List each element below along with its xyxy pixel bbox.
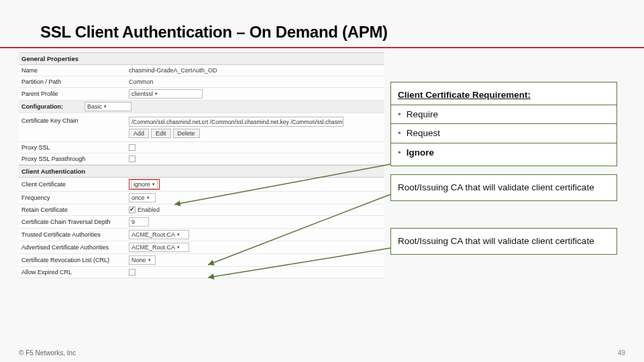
- allow-expired-crl-checkbox[interactable]: [129, 269, 136, 276]
- crl-value: None: [131, 257, 146, 263]
- proxy-ssl-checkbox[interactable]: [129, 144, 136, 151]
- label-advertised-ca: Advertised Certificate Authorities: [19, 242, 126, 253]
- configuration-value: Basic: [87, 103, 102, 110]
- value-name: chasmind-GradeA_CertAuth_OD: [126, 66, 384, 75]
- label-client-certificate: Client Certificate: [19, 179, 126, 190]
- label-cert-key-chain: Certificate Key Chain: [19, 115, 126, 126]
- edit-button[interactable]: Edit: [151, 129, 171, 138]
- label-proxy-ssl: Proxy SSL: [19, 142, 126, 153]
- label-retain-cert: Retain Certificate: [19, 204, 126, 215]
- frequency-select[interactable]: once ▾: [129, 193, 156, 202]
- add-button[interactable]: Add: [129, 129, 149, 138]
- chevron-down-icon: ▾: [148, 257, 151, 263]
- row-name: Name chasmind-GradeA_CertAuth_OD: [19, 65, 384, 76]
- label-crl: Certificate Revocation List (CRL): [19, 255, 126, 265]
- row-trusted-ca: Trusted Certificate Authorities ACME_Roo…: [19, 229, 384, 241]
- row-advertised-ca: Advertised Certificate Authorities ACME_…: [19, 241, 384, 254]
- retain-cert-checkbox[interactable]: [129, 206, 136, 213]
- callout-trusted-ca: Root/Issuing CA that will validate clien…: [390, 174, 617, 201]
- row-cert-key-chain: Certificate Key Chain /Common/ssl.chasmi…: [19, 113, 384, 142]
- trusted-ca-value: ACME_Root.CA: [131, 231, 175, 238]
- crl-select[interactable]: None ▾: [129, 255, 156, 265]
- advertised-ca-value: ACME_Root.CA: [131, 244, 175, 251]
- label-proxy-ssl-pt: Proxy SSL Passthrough: [19, 154, 126, 164]
- row-partition: Partition / Path Common: [19, 76, 384, 88]
- client-cert-value: ignore: [133, 181, 150, 188]
- parent-profile-value: clientssl: [131, 90, 153, 97]
- label-frequency: Frequency: [19, 192, 126, 203]
- chevron-down-icon: ▾: [177, 232, 180, 237]
- label-parent-profile: Parent Profile: [19, 88, 126, 99]
- section-client-auth: Client Authentication: [19, 165, 384, 178]
- row-configuration: Configuration: Basic ▾: [19, 101, 384, 113]
- label-trusted-ca: Trusted Certificate Authorities: [19, 229, 126, 240]
- callout-client-cert-req: Client Certificate Requirement: •Require…: [390, 82, 617, 166]
- row-crl: Certificate Revocation List (CRL) None ▾: [19, 254, 384, 267]
- advertised-ca-select[interactable]: ACME_Root.CA ▾: [129, 243, 189, 252]
- chevron-down-icon: ▾: [147, 195, 150, 200]
- chevron-down-icon: ▾: [177, 245, 180, 250]
- frequency-value: once: [131, 194, 145, 201]
- trusted-ca-select[interactable]: ACME_Root.CA ▾: [129, 230, 189, 239]
- page-number: 49: [618, 349, 625, 357]
- client-cert-highlight: ignore ▾: [129, 179, 160, 190]
- section-general: General Properties: [19, 52, 384, 65]
- row-proxy-ssl-passthrough: Proxy SSL Passthrough: [19, 154, 384, 165]
- callout1-opt2: Request: [407, 125, 440, 142]
- row-client-certificate: Client Certificate ignore ▾: [19, 178, 384, 192]
- callout1-opt1: Require: [407, 106, 438, 123]
- cert-key-chain-list[interactable]: /Common/ssl.chasmind.net.crt /Common/ssl…: [129, 117, 343, 127]
- row-chain-depth: Certificate Chain Traversal Depth 9: [19, 216, 384, 229]
- title-underline: [0, 47, 644, 48]
- client-cert-select[interactable]: ignore ▾: [131, 180, 158, 189]
- label-partition: Partition / Path: [19, 76, 126, 87]
- retain-cert-enabled-label: Enabled: [138, 206, 160, 213]
- row-retain-cert: Retain Certificate Enabled: [19, 204, 384, 216]
- chevron-down-icon: ▾: [152, 182, 155, 187]
- callout-advertised-ca: Root/Issuing CA that will validate clien…: [390, 228, 617, 255]
- slide-title: SSL Client Authentication – On Demand (A…: [40, 23, 388, 42]
- callout1-opt3: Ignore: [407, 144, 434, 162]
- value-partition: Common: [126, 77, 384, 86]
- label-allow-expired-crl: Allow Expired CRL: [19, 267, 126, 278]
- label-name: Name: [19, 65, 126, 76]
- label-chain-depth: Certificate Chain Traversal Depth: [19, 217, 126, 227]
- row-frequency: Frequency once ▾: [19, 192, 384, 204]
- parent-profile-select[interactable]: clientssl ▾: [129, 89, 203, 99]
- callout2-text: Root/Issuing CA that will validate clien…: [398, 182, 594, 192]
- slide: SSL Client Authentication – On Demand (A…: [0, 0, 644, 362]
- row-proxy-ssl: Proxy SSL: [19, 142, 384, 154]
- proxy-ssl-pt-checkbox[interactable]: [129, 156, 136, 162]
- delete-button[interactable]: Delete: [173, 129, 200, 138]
- callout1-heading: Client Certificate Requirement:: [398, 90, 531, 100]
- chevron-down-icon: ▾: [155, 91, 158, 97]
- row-allow-expired-crl: Allow Expired CRL: [19, 267, 384, 278]
- chevron-down-icon: ▾: [104, 104, 107, 109]
- chain-depth-input[interactable]: 9: [129, 217, 149, 227]
- config-panel: General Properties Name chasmind-GradeA_…: [19, 52, 384, 278]
- row-parent-profile: Parent Profile clientssl ▾: [19, 88, 384, 101]
- callout3-text: Root/Issuing CA that will validate clien…: [398, 236, 594, 246]
- footer-copyright: © F5 Networks, Inc: [19, 349, 76, 357]
- configuration-select[interactable]: Basic ▾: [85, 102, 131, 111]
